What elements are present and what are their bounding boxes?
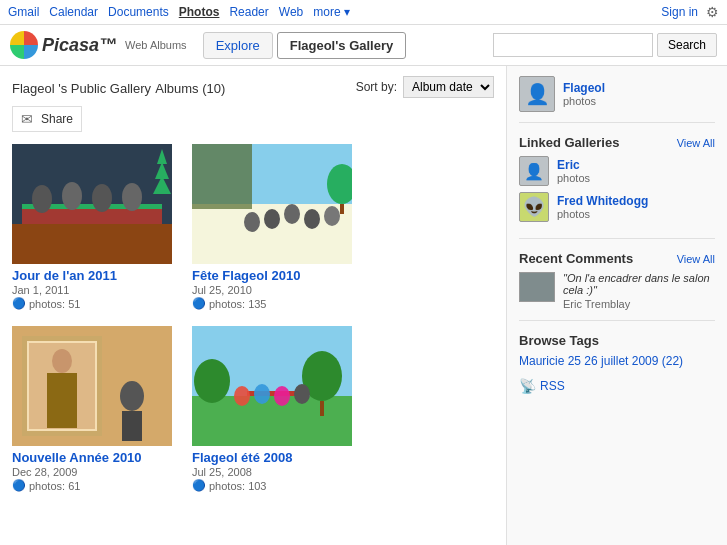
person-info: Fred Whitedogg photos xyxy=(557,194,648,220)
svg-point-16 xyxy=(304,209,320,229)
album-name[interactable]: Jour de l'an 2011 xyxy=(12,268,172,283)
picasa-logo: Picasa™ xyxy=(10,31,117,59)
person-name[interactable]: Fred Whitedogg xyxy=(557,194,648,208)
nav-gmail[interactable]: Gmail xyxy=(8,5,39,19)
svg-point-33 xyxy=(194,359,230,403)
album-date: Jul 25, 2008 xyxy=(192,466,352,478)
album-name[interactable]: Flageol été 2008 xyxy=(192,450,352,465)
svg-rect-32 xyxy=(320,401,324,416)
linked-galleries: Linked Galleries View All 👤 Eric photos … xyxy=(519,135,715,239)
view-all-comments-link[interactable]: View All xyxy=(677,253,715,265)
album-name[interactable]: Fête Flageol 2010 xyxy=(192,268,352,283)
comment-author: Eric Tremblay xyxy=(563,298,715,310)
nav-calendar[interactable]: Calendar xyxy=(49,5,98,19)
rss-section: 📡 RSS xyxy=(519,378,715,394)
svg-rect-20 xyxy=(340,204,344,214)
svg-point-6 xyxy=(92,184,112,212)
svg-point-27 xyxy=(120,381,144,411)
person-avatar: 👤 xyxy=(519,156,549,186)
browse-tags-title: Browse Tags xyxy=(519,333,715,348)
recent-comments-header: Recent Comments View All xyxy=(519,251,715,266)
nav-more[interactable]: more ▾ xyxy=(313,5,350,19)
sign-in-link[interactable]: Sign in xyxy=(661,5,698,19)
search-input[interactable] xyxy=(493,33,653,57)
person-name[interactable]: Eric xyxy=(557,158,590,172)
user-name[interactable]: Flageol xyxy=(563,81,605,95)
album-date: Jan 1, 2011 xyxy=(12,284,172,296)
linked-person: 👤 Eric photos xyxy=(519,156,715,186)
svg-point-18 xyxy=(244,212,260,232)
view-all-link[interactable]: View All xyxy=(677,137,715,149)
tag-link[interactable]: Mauricie 25 26 juillet 2009 (22) xyxy=(519,354,715,368)
album-thumbnail xyxy=(192,144,352,264)
top-nav-right: Sign in ⚙ xyxy=(661,4,719,20)
sort-label: Sort by: xyxy=(356,80,397,94)
album-svg xyxy=(192,144,352,264)
rss-icon: 📡 xyxy=(519,378,536,394)
album-thumbnail xyxy=(12,326,172,446)
album-svg xyxy=(192,326,352,446)
search-area: Search xyxy=(493,33,717,57)
photos-icon: 🔵 xyxy=(192,297,206,310)
album-item[interactable]: Fête Flageol 2010 Jul 25, 2010 🔵 photos:… xyxy=(192,144,352,310)
logo-area: Picasa™ Web Albums Explore Flageol's Gal… xyxy=(10,31,406,59)
share-label: Share xyxy=(41,112,73,126)
web-albums-label: Web Albums xyxy=(125,39,187,51)
person-label: photos xyxy=(557,208,648,220)
svg-point-15 xyxy=(284,204,300,224)
nav-web[interactable]: Web xyxy=(279,5,303,19)
nav-tabs: Explore Flageol's Gallery xyxy=(203,32,407,59)
tab-flageol-gallery[interactable]: Flageol's Gallery xyxy=(277,32,407,59)
album-item[interactable]: Nouvelle Année 2010 Dec 28, 2009 🔵 photo… xyxy=(12,326,172,492)
gear-icon[interactable]: ⚙ xyxy=(706,4,719,20)
gallery-title-row: Flageol 's Public Gallery Albums (10) So… xyxy=(12,76,494,98)
album-svg xyxy=(12,144,172,264)
sort-area: Sort by: Album date xyxy=(356,76,494,98)
tab-explore[interactable]: Explore xyxy=(203,32,273,59)
comment-thumbnail xyxy=(519,272,555,302)
nav-reader[interactable]: Reader xyxy=(229,5,268,19)
comment-text: "On l'a encadrer dans le salon cela :)" xyxy=(563,272,715,296)
comment-content: "On l'a encadrer dans le salon cela :)" … xyxy=(563,272,715,310)
nav-photos[interactable]: Photos xyxy=(179,5,220,19)
svg-rect-26 xyxy=(47,373,77,428)
search-button[interactable]: Search xyxy=(657,33,717,57)
person-avatar-alien: 👽 xyxy=(519,192,549,222)
person-label: photos xyxy=(557,172,590,184)
album-date: Dec 28, 2009 xyxy=(12,466,172,478)
top-navigation: Gmail Calendar Documents Photos Reader W… xyxy=(0,0,727,25)
album-svg xyxy=(12,326,172,446)
linked-galleries-title: Linked Galleries xyxy=(519,135,619,150)
nav-documents[interactable]: Documents xyxy=(108,5,169,19)
album-count: Albums (10) xyxy=(155,81,225,96)
linked-galleries-header: Linked Galleries View All xyxy=(519,135,715,150)
svg-point-5 xyxy=(62,182,82,210)
album-name[interactable]: Nouvelle Année 2010 xyxy=(12,450,172,465)
sidebar: 👤 Flageol photos Linked Galleries View A… xyxy=(507,66,727,545)
gallery-title: Flageol 's Public Gallery Albums (10) xyxy=(12,79,225,96)
svg-point-37 xyxy=(274,386,290,406)
share-bar[interactable]: ✉ Share xyxy=(12,106,82,132)
recent-comments-title: Recent Comments xyxy=(519,251,633,266)
avatar: 👤 xyxy=(519,76,555,112)
user-label: photos xyxy=(563,95,605,107)
svg-rect-30 xyxy=(192,396,352,446)
svg-point-4 xyxy=(32,185,52,213)
rss-link[interactable]: RSS xyxy=(540,379,565,393)
header-bar: Picasa™ Web Albums Explore Flageol's Gal… xyxy=(0,25,727,66)
album-item[interactable]: Flageol été 2008 Jul 25, 2008 🔵 photos: … xyxy=(192,326,352,492)
svg-point-25 xyxy=(52,349,72,373)
album-photo-scene xyxy=(12,326,172,446)
recent-comments: Recent Comments View All "On l'a encadre… xyxy=(519,251,715,321)
sort-select[interactable]: Album date xyxy=(403,76,494,98)
person-info: Eric photos xyxy=(557,158,590,184)
album-item[interactable]: Jour de l'an 2011 Jan 1, 2011 🔵 photos: … xyxy=(12,144,172,310)
share-icon: ✉ xyxy=(21,111,33,127)
svg-point-14 xyxy=(264,209,280,229)
album-thumbnail xyxy=(12,144,172,264)
picasa-logo-icon xyxy=(10,31,38,59)
user-section: 👤 Flageol photos xyxy=(519,76,715,123)
picasa-logo-text: Picasa™ xyxy=(42,35,117,56)
album-thumbnail xyxy=(192,326,352,446)
linked-person: 👽 Fred Whitedogg photos xyxy=(519,192,715,222)
